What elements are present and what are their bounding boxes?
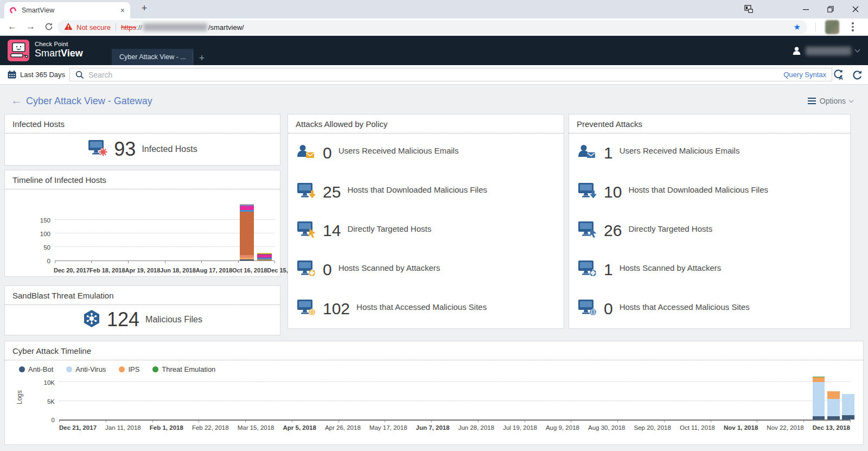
y-axis-tick-label: 5K xyxy=(34,398,55,405)
view-tab-cyber-attack[interactable]: Cyber Attack View - ... xyxy=(112,49,194,65)
panel-infected-hosts: Infected Hosts 93 Infected Hosts xyxy=(4,114,280,166)
browser-tab[interactable]: SmartView × xyxy=(4,2,130,18)
y-axis-tick-label: 100 xyxy=(30,231,50,237)
tab-close-icon[interactable]: × xyxy=(120,6,125,15)
browser-reload-icon[interactable] xyxy=(44,22,53,34)
search-input[interactable] xyxy=(88,71,777,79)
chevron-down-icon xyxy=(849,98,853,102)
stat-label: Directly Targeted Hosts xyxy=(628,224,712,233)
page-header: ← Cyber Attack View - Gateway Options xyxy=(0,91,868,113)
legend-item-anti-virus[interactable]: Anti-Virus xyxy=(66,365,106,373)
bar-segment xyxy=(827,399,840,416)
window-close-button[interactable] xyxy=(843,0,868,18)
window-app-icon xyxy=(744,5,753,15)
chart-bar[interactable] xyxy=(842,394,854,420)
refresh-icon[interactable] xyxy=(851,69,863,82)
legend-dot-icon xyxy=(19,366,25,372)
browser-menu-icon[interactable] xyxy=(852,22,854,31)
bar-segment xyxy=(813,377,825,382)
host-scanned-icon xyxy=(578,260,597,280)
stat-row-hosts-scanned[interactable]: 1 Hosts Scanned by Attackers xyxy=(569,250,850,289)
x-axis-tick xyxy=(431,420,432,422)
time-range-dropdown[interactable]: Last 365 Days xyxy=(8,65,74,84)
smartview-favicon-icon xyxy=(9,6,17,15)
chart-plot-area: 05K10K xyxy=(59,376,850,421)
stat-value: 102 xyxy=(323,300,350,318)
stat-value: 1 xyxy=(604,144,613,162)
x-axis-label: Nov 22, 2018 xyxy=(767,424,803,431)
x-axis-label: Jun 18, 2018 xyxy=(160,267,195,274)
search-options-icon[interactable]: A xyxy=(832,69,845,82)
stat-row-hosts-accessed-sites[interactable]: 0 Hosts that Accessed Malicious Sites xyxy=(569,289,850,328)
bar-segment xyxy=(827,391,840,399)
x-axis-label: Dec 20, 2017 xyxy=(54,267,90,274)
panel-title: Timeline of Infected Hosts xyxy=(5,170,280,189)
window-restore-button[interactable] xyxy=(818,0,843,18)
stat-label: Users Received Malicious Emails xyxy=(339,146,459,155)
host-targeted-icon xyxy=(578,221,597,240)
browser-forward-icon[interactable]: → xyxy=(26,21,35,32)
browser-back-icon[interactable]: ← xyxy=(8,21,17,32)
user-email-icon xyxy=(578,144,597,162)
address-bar[interactable]: Not secure https :// /smartview/ ★ xyxy=(58,20,807,34)
x-axis-label: Jun 7, 2018 xyxy=(416,424,450,431)
panel-timeline-infected-hosts: Timeline of Infected Hosts 050100150 Dec… xyxy=(4,170,280,277)
stat-value: 93 xyxy=(114,138,136,161)
query-syntax-link[interactable]: Query Syntax xyxy=(783,71,826,79)
x-axis-label: Jun 28, 2018 xyxy=(458,424,495,431)
x-axis-tick xyxy=(165,261,165,263)
brand-text: Check Point SmartView xyxy=(35,41,83,59)
chart-bar[interactable] xyxy=(827,391,840,420)
stat-value: 1 xyxy=(604,261,613,279)
host-targeted-icon xyxy=(297,221,316,240)
chart-bar[interactable] xyxy=(240,204,254,261)
not-secure-label[interactable]: Not secure xyxy=(76,23,111,31)
x-axis-tick xyxy=(199,420,199,422)
stat-value: 124 xyxy=(107,308,139,331)
legend-item-anti-bot[interactable]: Anti-Bot xyxy=(19,365,53,373)
stat-label: Directly Targeted Hosts xyxy=(347,224,431,233)
browser-profile-avatar[interactable] xyxy=(825,20,839,34)
x-axis-tick xyxy=(757,420,757,422)
legend-item-ips[interactable]: IPS xyxy=(119,365,139,373)
browser-urlbar: ← → Not secure https :// /smartview/ ★ xyxy=(0,18,868,36)
stat-row-hosts-downloaded[interactable]: 10 Hosts that Downloaded Malicious Files xyxy=(569,173,850,212)
back-arrow-icon[interactable]: ← xyxy=(11,94,22,107)
stat-value: 0 xyxy=(604,300,613,318)
search-icon xyxy=(75,71,84,79)
y-axis-tick-label: 0 xyxy=(30,258,50,264)
user-menu[interactable] xyxy=(792,46,859,55)
stat-row-hosts-accessed-sites[interactable]: 102 Hosts that Accessed Malicious Sites xyxy=(288,289,564,328)
x-axis-label: Aug 30, 2018 xyxy=(588,424,625,431)
x-axis-label: May 17, 2018 xyxy=(369,424,407,431)
browser-titlebar: SmartView × + xyxy=(0,0,868,18)
stat-label: Infected Hosts xyxy=(142,144,197,154)
legend-label: IPS xyxy=(128,365,139,373)
x-axis-label: Oct 11, 2018 xyxy=(680,424,715,431)
add-view-button[interactable]: + xyxy=(196,53,207,64)
bar-segment xyxy=(240,212,254,255)
stat-row-users-malicious-emails[interactable]: 0 Users Received Malicious Emails xyxy=(288,134,564,173)
search-box[interactable]: Query Syntax xyxy=(69,68,832,81)
window-minimize-button[interactable] xyxy=(793,0,818,18)
x-axis-tick xyxy=(478,420,478,422)
x-axis-tick xyxy=(664,420,665,422)
new-tab-button[interactable]: + xyxy=(138,3,151,14)
bookmark-star-icon[interactable]: ★ xyxy=(794,22,801,32)
stat-row-directly-targeted[interactable]: 14 Directly Targeted Hosts xyxy=(288,212,564,251)
x-axis-label: Aug 17, 2018 xyxy=(196,267,232,274)
stat-row-hosts-scanned[interactable]: 0 Hosts Scanned by Attackers xyxy=(288,250,564,289)
stat-row-users-malicious-emails[interactable]: 1 Users Received Malicious Emails xyxy=(569,134,850,173)
stat-row-hosts-downloaded[interactable]: 25 Hosts that Downloaded Malicious Files xyxy=(288,173,564,212)
chart-bar[interactable] xyxy=(257,253,271,261)
y-axis-tick-label: 10K xyxy=(34,379,55,386)
sandblast-stat[interactable]: 124 Malicious Files xyxy=(5,305,280,334)
infected-hosts-stat[interactable]: 93 Infected Hosts xyxy=(5,134,280,164)
stat-row-directly-targeted[interactable]: 26 Directly Targeted Hosts xyxy=(569,212,850,251)
legend-item-threat-emulation[interactable]: Threat Emulation xyxy=(152,365,215,373)
x-axis-tick xyxy=(525,420,525,422)
options-menu[interactable]: Options xyxy=(808,97,853,105)
chart-bar[interactable] xyxy=(813,377,825,420)
x-axis-tick xyxy=(55,261,55,263)
x-axis-label: Nov 1, 2018 xyxy=(724,424,758,431)
